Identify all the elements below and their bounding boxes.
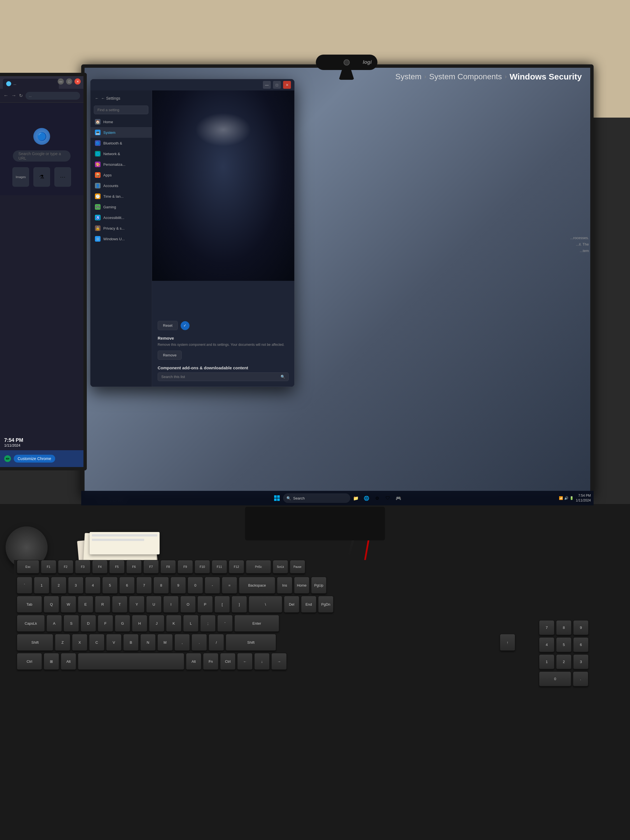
sidebar-item-personalize[interactable]: 🎨 Personaliza... (90, 159, 152, 170)
key-o[interactable]: O (180, 596, 196, 613)
sidebar-item-time[interactable]: 🕐 Time & lan... (90, 191, 152, 202)
key-del[interactable]: Del (284, 596, 299, 613)
key-ins[interactable]: Ins (277, 577, 292, 594)
battery-tray-icon[interactable]: 🔋 (570, 496, 574, 500)
key-y[interactable]: Y (129, 596, 144, 613)
taskbar-search-box[interactable]: 🔍 Search (283, 493, 350, 503)
key-h[interactable]: H (132, 615, 147, 632)
key-backslash[interactable]: \ (249, 596, 282, 613)
address-bar[interactable]: ... (25, 92, 80, 99)
key-pause[interactable]: Pause (290, 560, 305, 574)
shortcut-icon2[interactable]: ⚗ (33, 167, 50, 187)
key-ctrl-r[interactable]: Ctrl (220, 653, 235, 670)
key-esc[interactable]: Esc (17, 560, 39, 574)
maximize-button[interactable]: □ (273, 81, 281, 89)
key-num2[interactable]: 2 (556, 654, 572, 670)
key-r[interactable]: R (95, 596, 111, 613)
key-backtick[interactable]: ` (17, 577, 32, 594)
taskbar-clock[interactable]: 7:54 PM 1/11/2024 (576, 493, 591, 503)
key-prtsc[interactable]: PrtSc (246, 560, 271, 574)
key-comma[interactable]: , (174, 634, 190, 651)
key-pgup[interactable]: PgUp (311, 577, 327, 594)
key-f8[interactable]: F8 (160, 560, 176, 574)
key-1[interactable]: 1 (34, 577, 49, 594)
key-x[interactable]: X (72, 634, 87, 651)
key-bracket-l[interactable]: [ (215, 596, 230, 613)
key-0[interactable]: 0 (188, 577, 203, 594)
key-4[interactable]: 4 (85, 577, 101, 594)
sidebar-item-privacy[interactable]: 🔒 Privacy & s... (90, 223, 152, 234)
close-button[interactable]: ✕ (283, 81, 291, 89)
taskbar-browser-icon[interactable]: 🌐 (362, 494, 371, 503)
chrome-close-btn[interactable]: ✕ (74, 78, 81, 85)
key-right[interactable]: → (271, 653, 287, 670)
refresh-icon[interactable]: ↻ (19, 93, 23, 98)
key-m[interactable]: M (157, 634, 173, 651)
key-q[interactable]: Q (44, 596, 59, 613)
taskbar-start-button[interactable] (272, 493, 282, 503)
key-i[interactable]: I (163, 596, 178, 613)
key-g[interactable]: G (115, 615, 130, 632)
taskbar-game-icon[interactable]: 🎮 (394, 494, 403, 503)
key-n[interactable]: N (140, 634, 156, 651)
key-f1[interactable]: F1 (41, 560, 56, 574)
key-period[interactable]: . (191, 634, 207, 651)
chrome-active-tab[interactable]: ... (3, 79, 59, 89)
key-v[interactable]: V (106, 634, 122, 651)
key-f3[interactable]: F3 (75, 560, 90, 574)
key-f12[interactable]: F12 (229, 560, 244, 574)
key-down[interactable]: ↓ (254, 653, 270, 670)
reset-confirm-button[interactable]: ✓ (181, 321, 189, 330)
key-6[interactable]: 6 (119, 577, 135, 594)
key-s[interactable]: S (63, 615, 79, 632)
key-f6[interactable]: F6 (126, 560, 142, 574)
key-d[interactable]: D (81, 615, 96, 632)
key-e[interactable]: E (78, 596, 93, 613)
taskbar-file-explorer-icon[interactable]: 📁 (351, 494, 360, 503)
key-slash[interactable]: / (208, 634, 224, 651)
sidebar-item-home[interactable]: 🏠 Home (90, 117, 152, 127)
key-a[interactable]: A (46, 615, 62, 632)
key-f9[interactable]: F9 (177, 560, 193, 574)
key-t[interactable]: T (112, 596, 127, 613)
network-tray-icon[interactable]: 📶 (559, 496, 563, 500)
key-num4[interactable]: 4 (539, 637, 554, 653)
remove-button[interactable]: Remove (158, 351, 182, 360)
key-backspace[interactable]: Backspace (239, 577, 275, 594)
key-num7[interactable]: 7 (539, 620, 554, 636)
key-8[interactable]: 8 (153, 577, 169, 594)
sidebar-item-gaming[interactable]: 🎮 Gaming (90, 202, 152, 212)
shortcut-icon3[interactable]: ⋯ (54, 167, 71, 187)
customize-chrome-button[interactable]: Customize Chrome (14, 455, 55, 463)
key-quote[interactable]: ' (217, 615, 233, 632)
volume-tray-icon[interactable]: 🔊 (564, 496, 568, 500)
key-j[interactable]: J (149, 615, 164, 632)
key-space[interactable] (78, 653, 184, 670)
key-z[interactable]: Z (55, 634, 70, 651)
key-b[interactable]: B (123, 634, 139, 651)
key-f10[interactable]: F10 (194, 560, 210, 574)
taskbar-security-icon[interactable]: 🛡 (383, 494, 392, 503)
minimize-button[interactable]: — (263, 81, 271, 89)
key-p[interactable]: P (197, 596, 213, 613)
key-num5[interactable]: 5 (556, 637, 572, 653)
key-enter[interactable]: Enter (234, 615, 279, 632)
key-bracket-r[interactable]: ] (232, 596, 247, 613)
back-nav-icon[interactable]: ← (3, 93, 8, 99)
sidebar-item-accounts[interactable]: 👤 Accounts (90, 180, 152, 191)
sidebar-item-accessibility[interactable]: ♿ Accessibilit... (90, 212, 152, 223)
key-w[interactable]: W (61, 596, 76, 613)
key-7[interactable]: 7 (136, 577, 152, 594)
key-f7[interactable]: F7 (144, 560, 159, 574)
key-fn[interactable]: Fn (203, 653, 218, 670)
chrome-maximize-btn[interactable]: □ (66, 78, 72, 85)
key-up[interactable]: ↑ (500, 634, 515, 651)
chrome-search-bar[interactable]: Search Google or type a URL (13, 150, 71, 161)
sidebar-item-network[interactable]: 🌐 Network & (90, 148, 152, 159)
key-semicolon[interactable]: ; (200, 615, 216, 632)
key-num1[interactable]: 1 (539, 654, 554, 670)
key-l[interactable]: L (183, 615, 199, 632)
key-minus[interactable]: - (205, 577, 220, 594)
key-scrlk[interactable]: ScrLk (273, 560, 288, 574)
shortcut-images[interactable]: Images (12, 167, 29, 187)
